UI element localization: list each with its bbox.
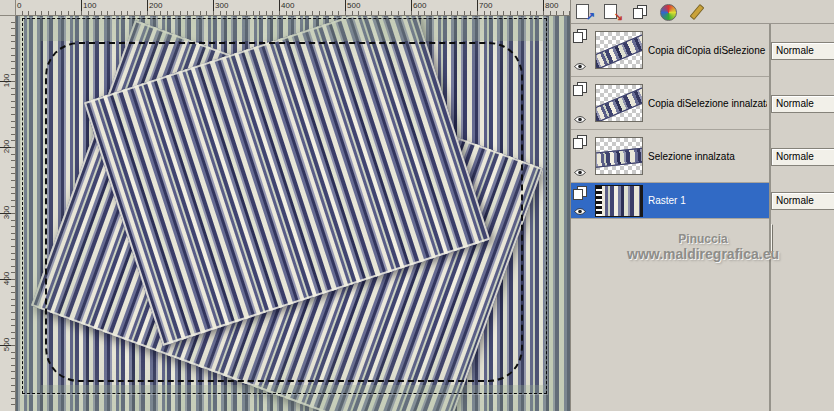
- blend-mode-dropdown[interactable]: Normale: [771, 42, 834, 60]
- blend-mode-column: Normale Normale Normale Normale: [771, 24, 834, 411]
- ruler-tick-label: 700: [479, 1, 492, 10]
- layer-thumbnail: [595, 84, 643, 122]
- layer-type-icon: [573, 135, 587, 149]
- thumbnail-streak: [595, 86, 643, 122]
- blend-mode-dropdown[interactable]: Normale: [771, 95, 834, 113]
- layer-row[interactable]: Copia diSelezione innalzata: [571, 77, 769, 130]
- pages-glyph: [633, 5, 647, 19]
- arrow-glyph: ↘: [614, 11, 623, 22]
- ruler-corner: [0, 0, 16, 16]
- ruler-tick-label: 200: [149, 1, 162, 10]
- visibility-eye-icon[interactable]: [573, 115, 587, 124]
- ruler-tick-label: 0: [17, 1, 21, 10]
- ruler-tick-label: 600: [413, 1, 426, 10]
- layers-palette-toolbar: ↗ ↘: [571, 0, 834, 24]
- visibility-eye-icon[interactable]: [573, 62, 587, 71]
- ruler-tick-label: 300: [2, 204, 11, 222]
- ruler-tick-label: 500: [347, 1, 360, 10]
- wheel-glyph: [660, 4, 677, 21]
- palette-scrollbar[interactable]: [769, 24, 771, 411]
- pen-icon[interactable]: [686, 2, 707, 22]
- visibility-eye-icon[interactable]: [573, 207, 587, 216]
- blend-mode-row: Normale: [771, 130, 834, 183]
- layer-thumbnail: [595, 31, 643, 69]
- image-canvas[interactable]: [15, 15, 570, 411]
- layer-controls: [573, 80, 593, 126]
- layer-type-icon: [573, 82, 587, 96]
- ruler-tick-label: 800: [545, 1, 558, 10]
- layer-name: Copia diSelezione innalzata: [648, 98, 767, 109]
- blend-mode-row: Normale: [771, 24, 834, 77]
- blend-mode-dropdown[interactable]: Normale: [771, 148, 834, 166]
- psp-workspace: 0 100 200 300 400 500 600 700 800 100 20…: [0, 0, 834, 411]
- layers-stack-icon[interactable]: [630, 2, 651, 22]
- blend-mode-row: Normale: [771, 77, 834, 130]
- ruler-tick-label: 400: [2, 270, 11, 288]
- layer-thumbnail: [595, 185, 643, 217]
- pen-glyph: [690, 3, 705, 19]
- layer-controls: [573, 27, 593, 73]
- layer-up-icon[interactable]: ↗: [574, 2, 595, 22]
- layers-list: Copia diCopia diSelezione inna Copia diS…: [571, 24, 769, 411]
- layer-type-icon: [573, 186, 587, 200]
- horizontal-ruler: 0 100 200 300 400 500 600 700 800: [15, 0, 570, 16]
- layer-row-selected[interactable]: Raster 1: [571, 183, 769, 219]
- layer-thumbnail: [595, 137, 643, 175]
- layer-type-icon: [573, 29, 587, 43]
- ruler-tick-label: 100: [2, 72, 11, 90]
- ruler-tick-label: 400: [281, 1, 294, 10]
- selection-marquee-rounded: [45, 42, 523, 382]
- layer-name: Copia diCopia diSelezione inna: [648, 45, 767, 56]
- layer-row[interactable]: Copia diCopia diSelezione inna: [571, 24, 769, 77]
- color-wheel-icon[interactable]: [658, 2, 679, 22]
- layer-name: Selezione innalzata: [648, 151, 767, 162]
- layer-down-icon[interactable]: ↘: [602, 2, 623, 22]
- layers-palette: ↗ ↘: [570, 0, 834, 411]
- thumbnail-streak: [595, 147, 643, 168]
- layer-controls: [573, 133, 593, 179]
- layer-row[interactable]: Selezione innalzata: [571, 130, 769, 183]
- layers-palette-body: Copia diCopia diSelezione inna Copia diS…: [571, 24, 834, 411]
- layer-name: Raster 1: [648, 195, 767, 206]
- ruler-tick-label: 100: [83, 1, 96, 10]
- layer-controls: [573, 184, 593, 218]
- ruler-tick-label: 500: [2, 336, 11, 354]
- ruler-tick-label: 300: [215, 1, 228, 10]
- scrollbar-thumb[interactable]: [771, 224, 773, 254]
- ruler-tick-label: 200: [2, 138, 11, 156]
- vertical-ruler: 100 200 300 400 500: [0, 15, 16, 411]
- thumbnail-streak: [595, 33, 643, 69]
- blend-mode-row: Normale: [771, 183, 834, 219]
- visibility-eye-icon[interactable]: [573, 168, 587, 177]
- arrow-glyph: ↗: [586, 11, 595, 22]
- blend-mode-dropdown[interactable]: Normale: [771, 192, 834, 210]
